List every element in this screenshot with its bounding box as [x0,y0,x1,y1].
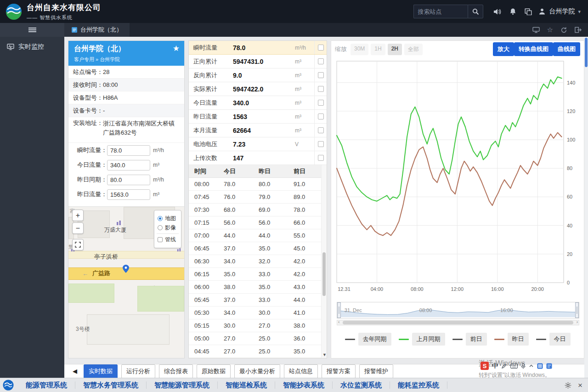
history-row: 06:4537.035.045.0 [189,242,327,255]
close-icon[interactable]: × [578,381,582,389]
refresh-icon[interactable] [560,27,567,34]
bottom-tab[interactable]: 原始数据 [197,364,231,378]
search-input[interactable] [413,5,468,18]
map-label-bridge: 亭子浜桥 [94,253,118,261]
taskbar-app-link[interactable]: 水位监测系统 [333,381,390,389]
today-flow-input[interactable] [107,160,150,170]
map-location-pin-icon[interactable] [123,265,129,273]
metric-label: 电池电压 [189,140,233,148]
metric-value: 1563 [233,113,295,120]
legend-item[interactable]: 上月同期 [399,333,445,346]
page-scrollbar-thumb[interactable] [585,38,588,67]
metric-checkbox[interactable] [318,45,324,51]
legend-item[interactable]: 今日 [536,333,571,346]
flow-chart-svg[interactable]: 12.3104:0008:0012:0016:0020:000204060801… [335,57,581,298]
metric-checkbox[interactable] [318,127,324,133]
taskbar-app-link[interactable]: 智能巡检系统 [218,381,275,389]
yesterday-flow-input[interactable] [107,189,150,200]
map-building-icon [116,220,122,225]
history-cell: 44.0 [253,232,288,239]
zoom-chip[interactable]: 2H [388,44,402,55]
taskbar-app-icon[interactable] [3,380,14,391]
yesterday-same-period-input[interactable] [107,175,150,185]
info-row-station-id: 站点编号： 28 [68,66,184,79]
station-map[interactable]: 家 慧物联 万盛大厦 亭子浜桥 广益路 ← → 3号楼 + − [68,206,184,358]
current-user-label: 台州学院 [549,7,575,16]
message-board-icon[interactable] [525,8,532,15]
speaker-icon[interactable] [493,8,501,15]
chart-action-button[interactable]: 转换曲线图 [514,42,553,56]
favorite-star-icon[interactable]: ☆ [547,26,553,34]
chart-action-button[interactable]: 曲线图 [553,42,580,56]
layer-option-imagery[interactable]: 影像 [158,224,178,232]
user-avatar-icon [538,8,546,15]
metric-checkbox[interactable] [318,114,324,119]
bottom-tab[interactable]: 综合报表 [159,364,193,378]
ime-mic-icon[interactable] [521,363,526,369]
map-fullscreen-button[interactable] [72,239,84,250]
zoom-chip[interactable]: 全部 [404,44,423,55]
bottom-tab[interactable]: 报警维护 [359,364,393,378]
ime-up-arrow-icon[interactable] [529,364,534,369]
ime-logo-icon[interactable]: S [481,362,489,370]
scroll-right-icon[interactable]: › [577,319,578,324]
metric-checkbox[interactable] [318,86,324,92]
taskbar-app-link[interactable]: 智能抄表系统 [275,381,333,389]
history-row: 04:4527.025.035.0 [189,345,327,358]
metric-checkbox[interactable] [318,72,324,78]
legend-label: 今日 [549,333,571,346]
taskbar-app-link[interactable]: 能源管理系统 [18,381,75,389]
instant-flow-input[interactable] [107,145,150,156]
collapse-left-icon[interactable]: ◀ [73,368,77,375]
layer-option-pipeline[interactable]: 管线 [158,236,178,244]
ime-panel-icon[interactable] [537,363,543,369]
navigator-scrollbar-thumb[interactable] [343,321,573,324]
metrics-scrollbar-thumb[interactable] [322,252,326,296]
monitor-icon[interactable] [532,27,540,33]
zoom-chip[interactable]: 1H [371,44,385,55]
taskbar-app-link[interactable]: 智慧水务管理系统 [75,381,147,389]
bottom-tab[interactable]: 实时数据 [84,364,118,378]
scrollbar-down-arrow-icon[interactable]: ▼ [322,352,327,357]
bottom-tab[interactable]: 站点信息 [284,364,318,378]
history-cell: 37.0 [218,245,253,252]
legend-item[interactable]: 昨日 [494,333,529,346]
legend-item[interactable]: 去年同期 [345,333,391,346]
metric-unit: V [295,141,314,148]
checkbox-icon [158,237,163,242]
scroll-left-icon[interactable]: ‹ [338,319,339,324]
metric-checkbox[interactable] [318,141,324,147]
settings-gear-icon[interactable] [565,382,571,389]
ime-pen-icon[interactable] [501,363,507,369]
metric-value: 9.0 [233,72,295,79]
metric-checkbox[interactable] [318,100,324,106]
bottom-tab[interactable]: 报警方案 [322,364,356,378]
sidebar-item-realtime-monitor[interactable]: 实时监控 [0,37,64,57]
ime-board-icon[interactable] [546,363,552,369]
info-row-address: 安装地址： 浙江省嘉兴市南湖区大桥镇广益路632号 [68,117,184,143]
user-menu[interactable]: 台州学院 ▾ [538,7,581,16]
layer-option-map[interactable]: 地图 [158,215,178,222]
taskbar-app-link[interactable]: 能耗监控系统 [390,381,447,389]
chart-action-button[interactable]: 放大 [493,42,514,56]
ime-keyboard-icon[interactable] [510,364,518,369]
history-cell: 44.0 [288,296,322,303]
chart-navigator[interactable]: 31. Dec08:0016:00 [337,302,579,318]
legend-item[interactable]: 前日 [452,333,487,346]
map-zoom-in-button[interactable]: + [72,210,84,221]
menu-toggle-button[interactable] [0,23,64,37]
map-zoom-out-button[interactable]: − [72,222,84,234]
history-cell: 43.0 [288,284,322,290]
search-button[interactable] [468,5,483,18]
bottom-tab[interactable]: 运行分析 [121,364,155,378]
metric-checkbox[interactable] [318,155,324,161]
metric-checkbox[interactable] [318,58,324,64]
station-favorite-icon[interactable]: ★ [173,44,180,53]
zoom-chip[interactable]: 30M [351,44,368,55]
exit-fullscreen-icon[interactable] [575,27,582,33]
tab-station[interactable]: 台州学院（北） [64,23,130,37]
notification-bell-icon[interactable] [509,8,516,15]
ime-language-toggle[interactable]: 中 [492,362,498,370]
taskbar-app-link[interactable]: 智慧能源管理系统 [147,381,218,389]
bottom-tab[interactable]: 最小水量分析 [234,364,280,378]
